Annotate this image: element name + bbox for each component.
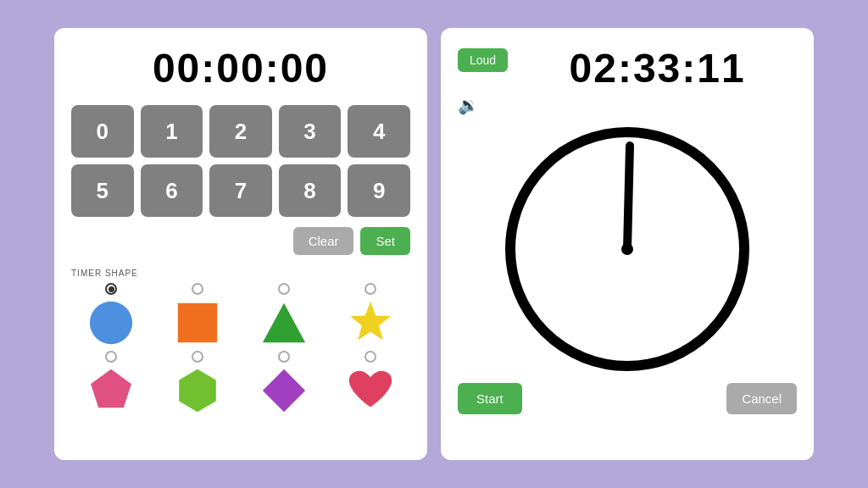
start-button[interactable]: Start	[458, 383, 522, 414]
action-row: Clear Set	[71, 227, 410, 255]
svg-marker-5	[179, 369, 216, 412]
shape-svg-hexagon	[173, 366, 222, 415]
num-btn-8[interactable]: 8	[279, 164, 342, 217]
num-btn-1[interactable]: 1	[141, 105, 203, 158]
shape-svg-circle	[86, 298, 136, 347]
clock-container	[458, 122, 797, 376]
cancel-button[interactable]: Cancel	[726, 383, 797, 414]
set-button[interactable]: Set	[360, 227, 410, 255]
shape-item-hexagon[interactable]	[158, 351, 237, 415]
shapes-grid	[71, 283, 410, 415]
shape-svg-square	[173, 298, 222, 347]
bottom-row: Start Cancel	[458, 383, 797, 414]
shape-radio-diamond	[278, 351, 290, 363]
right-panel: Loud 02:33:11 🔉 Start Cancel	[441, 28, 814, 460]
svg-marker-2	[263, 303, 305, 342]
numpad: 0123456789	[71, 105, 410, 217]
num-btn-0[interactable]: 0	[71, 105, 134, 158]
svg-marker-3	[350, 302, 391, 340]
shape-item-heart[interactable]	[331, 351, 410, 415]
num-btn-2[interactable]: 2	[209, 105, 272, 158]
shape-svg-triangle	[259, 298, 309, 347]
shape-radio-triangle	[278, 283, 290, 295]
svg-line-8	[627, 146, 630, 249]
shape-svg-pentagon	[86, 366, 136, 415]
svg-point-9	[621, 243, 633, 255]
left-timer-display: 00:00:00	[71, 45, 410, 92]
svg-marker-6	[263, 369, 305, 412]
num-btn-7[interactable]: 7	[209, 164, 272, 217]
shape-svg-heart	[346, 366, 395, 415]
shape-svg-star	[346, 298, 395, 347]
num-btn-6[interactable]: 6	[141, 164, 203, 217]
svg-marker-4	[91, 369, 131, 408]
shape-radio-square	[192, 283, 203, 295]
shape-radio-pentagon	[105, 351, 117, 363]
timer-shape-label: TIMER SHAPE	[71, 269, 410, 278]
shape-radio-circle	[105, 283, 117, 295]
shape-item-circle[interactable]	[71, 283, 151, 347]
num-btn-5[interactable]: 5	[71, 164, 134, 217]
right-header: Loud 02:33:11	[458, 45, 797, 92]
shape-item-star[interactable]	[331, 283, 410, 347]
shape-radio-hexagon	[192, 351, 203, 363]
svg-rect-1	[178, 303, 217, 342]
shape-svg-diamond	[259, 366, 309, 415]
clear-button[interactable]: Clear	[293, 227, 354, 255]
shape-item-diamond[interactable]	[244, 351, 324, 415]
shape-item-square[interactable]	[158, 283, 237, 347]
shape-item-pentagon[interactable]	[71, 351, 151, 415]
clock-face	[500, 122, 754, 376]
num-btn-4[interactable]: 4	[348, 105, 410, 158]
shape-radio-star	[364, 283, 376, 295]
num-btn-9[interactable]: 9	[348, 164, 410, 217]
left-panel: 00:00:00 0123456789 Clear Set TIMER SHAP…	[54, 28, 427, 460]
speaker-icon[interactable]: 🔉	[458, 95, 797, 115]
shape-item-triangle[interactable]	[244, 283, 324, 347]
loud-button[interactable]: Loud	[458, 48, 508, 72]
num-btn-3[interactable]: 3	[279, 105, 342, 158]
svg-point-0	[90, 302, 132, 344]
right-timer-display: 02:33:11	[518, 45, 797, 92]
shape-radio-heart	[364, 351, 376, 363]
